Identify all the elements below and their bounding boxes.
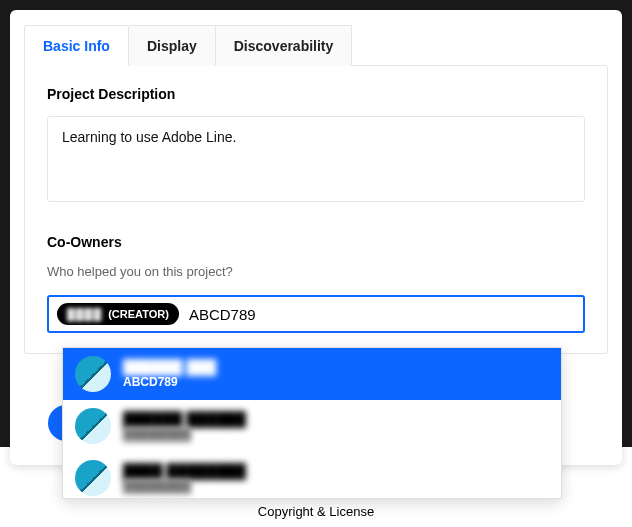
description-textarea[interactable]	[47, 116, 585, 202]
suggestion-item[interactable]: ████ ████████ ████████	[63, 452, 561, 498]
creator-chip[interactable]: ████ (CREATOR)	[57, 303, 179, 325]
suggestion-name: ██████ ██████	[123, 411, 246, 427]
avatar-icon	[75, 356, 111, 392]
avatar-icon	[75, 408, 111, 444]
avatar-icon	[75, 460, 111, 496]
creator-chip-name: ████	[67, 308, 102, 320]
autocomplete-scroll[interactable]: ██████ ███ ABCD789 ██████ ██████ ███████…	[63, 348, 561, 498]
suggestion-item[interactable]: ██████ ███ ABCD789	[63, 348, 561, 400]
suggestion-item[interactable]: ██████ ██████ ████████	[63, 400, 561, 452]
suggestion-name: ██████ ███	[123, 359, 216, 375]
tabs: Basic Info Display Discoverability	[24, 24, 608, 65]
description-label: Project Description	[47, 86, 585, 102]
autocomplete-dropdown: ██████ ███ ABCD789 ██████ ██████ ███████…	[62, 347, 562, 499]
coowners-field[interactable]: ████ (CREATOR)	[47, 295, 585, 333]
basic-info-panel: Project Description Co-Owners Who helped…	[24, 65, 608, 354]
suggestion-sub: ████████	[123, 427, 246, 441]
coowners-input[interactable]	[187, 304, 575, 325]
tab-discoverability[interactable]: Discoverability	[216, 25, 353, 66]
suggestion-sub: ABCD789	[123, 375, 216, 389]
creator-chip-suffix: (CREATOR)	[108, 308, 169, 320]
coowners-helper: Who helped you on this project?	[47, 264, 585, 279]
suggestion-name: ████ ████████	[123, 463, 246, 479]
footer-text: Copyright & License	[0, 504, 632, 519]
tab-display[interactable]: Display	[129, 25, 216, 66]
coowners-label: Co-Owners	[47, 234, 585, 250]
suggestion-sub: ████████	[123, 479, 246, 493]
tab-basic-info[interactable]: Basic Info	[24, 25, 129, 66]
